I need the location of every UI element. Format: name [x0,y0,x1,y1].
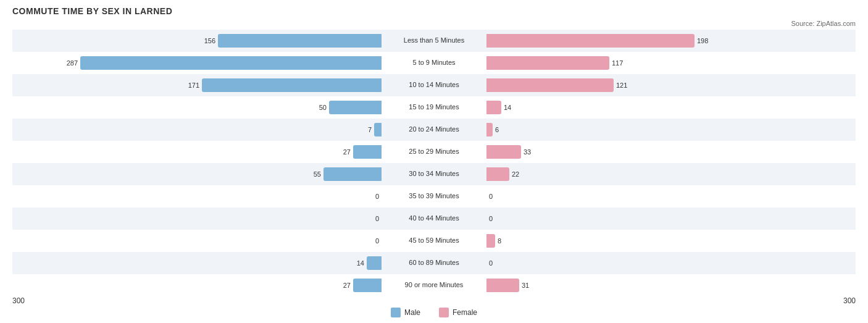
right-side: 22 [486,163,856,185]
left-side: 7 [12,119,382,141]
male-label: Male [404,308,420,317]
male-value-label: 0 [361,237,379,245]
row-label: 45 to 59 Minutes [382,237,486,245]
row-label: 10 to 14 Minutes [382,81,486,89]
legend: Male Female [12,308,856,317]
left-side: 0 [12,208,382,230]
male-value-label: 156 [197,37,215,44]
left-side: 55 [12,163,382,185]
right-side: 8 [486,230,856,252]
right-side: 0 [486,185,856,208]
chart-row: 0 45 to 59 Minutes 8 [12,230,856,252]
row-label: 40 to 44 Minutes [382,214,486,222]
left-side: 0 [12,185,382,208]
right-side: 33 [486,141,856,163]
chart-row: 156 Less than 5 Minutes 198 [12,30,856,52]
right-side: 121 [486,74,856,96]
male-value-label: 14 [346,259,364,267]
right-side: 31 [486,274,856,296]
female-value-label: 0 [489,193,507,200]
row-label: 20 to 24 Minutes [382,125,486,133]
left-side: 156 [12,30,382,52]
female-bar [486,279,519,292]
source-label: Source: ZipAtlas.com [12,20,856,27]
female-value-label: 14 [504,104,522,111]
female-value-label: 31 [522,282,540,289]
chart-row: 0 40 to 44 Minutes 0 [12,208,856,230]
male-bar [202,78,382,92]
female-bar [486,234,495,248]
female-value-label: 6 [495,126,514,133]
right-side: 0 [486,252,856,274]
row-label: 25 to 29 Minutes [382,148,486,156]
chart-row: 50 15 to 19 Minutes 14 [12,96,856,119]
male-value-label: 55 [303,170,321,178]
male-bar [367,256,382,270]
male-bar [323,167,382,181]
axis-right: 300 [843,296,856,305]
female-value-label: 8 [498,237,516,245]
female-bar [486,167,509,181]
row-label: 15 to 19 Minutes [382,103,486,111]
male-bar [374,123,382,136]
chart-container: 156 Less than 5 Minutes 198 287 5 to 9 M… [12,30,856,296]
chart-row: 0 35 to 39 Minutes 0 [12,185,856,208]
male-value-label: 27 [332,148,351,156]
row-label: 60 to 89 Minutes [382,259,486,267]
right-side: 198 [486,30,856,52]
page-title: COMMUTE TIME BY SEX IN LARNED [12,6,856,16]
right-side: 117 [486,52,856,74]
female-bar [486,34,695,48]
female-value-label: 198 [697,37,716,44]
female-bar [486,123,493,136]
chart-row: 27 90 or more Minutes 31 [12,274,856,296]
legend-male: Male [391,308,420,317]
left-side: 14 [12,252,382,274]
row-label: 30 to 34 Minutes [382,170,486,178]
female-value-label: 121 [616,82,635,89]
male-bar [218,34,382,48]
female-value-label: 33 [524,148,542,156]
chart-row: 27 25 to 29 Minutes 33 [12,141,856,163]
male-value-label: 171 [181,82,199,89]
right-side: 0 [486,208,856,230]
female-color-box [439,308,449,317]
left-side: 0 [12,230,382,252]
chart-row: 287 5 to 9 Minutes 117 [12,52,856,74]
male-color-box [391,308,401,317]
female-value-label: 0 [489,215,507,222]
chart-row: 14 60 to 89 Minutes 0 [12,252,856,274]
row-label: Less than 5 Minutes [382,36,486,44]
male-bar [353,279,382,292]
legend-female: Female [439,308,477,317]
left-side: 27 [12,141,382,163]
male-value-label: 287 [59,59,78,67]
male-bar [353,145,382,159]
female-value-label: 0 [489,259,507,267]
axis-left: 300 [12,296,25,305]
male-value-label: 27 [332,282,351,289]
male-value-label: 0 [361,215,379,222]
male-value-label: 7 [353,126,372,133]
male-value-label: 0 [361,193,379,200]
male-value-label: 50 [308,104,327,111]
row-label: 35 to 39 Minutes [382,192,486,200]
row-label: 90 or more Minutes [382,281,486,289]
male-bar [329,101,382,114]
female-bar [486,78,614,92]
female-bar [486,56,609,70]
left-side: 50 [12,96,382,119]
female-bar [486,145,521,159]
female-value-label: 22 [512,170,530,178]
chart-row: 171 10 to 14 Minutes 121 [12,74,856,96]
female-bar [486,101,501,114]
female-label: Female [453,308,477,317]
left-side: 27 [12,274,382,296]
female-value-label: 117 [612,59,630,67]
chart-row: 7 20 to 24 Minutes 6 [12,119,856,141]
left-side: 171 [12,74,382,96]
right-side: 14 [486,96,856,119]
chart-row: 55 30 to 34 Minutes 22 [12,163,856,185]
row-label: 5 to 9 Minutes [382,59,486,67]
male-bar [80,56,382,70]
